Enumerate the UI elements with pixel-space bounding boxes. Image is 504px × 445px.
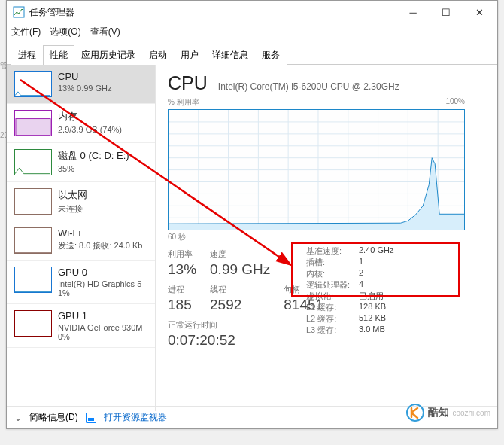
stat-processes: 185	[168, 297, 196, 313]
l2-cache: 512 KB	[359, 313, 386, 325]
tabstrip: 进程 性能 应用历史记录 启动 用户 详细信息 服务	[7, 40, 497, 65]
svg-rect-1	[16, 119, 50, 136]
stat-utilization: 13%	[168, 261, 196, 278]
sidebar-item-disk[interactable]: 磁盘 0 (C: D: E:)35%	[7, 143, 155, 182]
sidebar-item-memory[interactable]: 内存2.9/3.9 GB (74%)	[7, 104, 155, 143]
stat-threads: 2592	[210, 297, 270, 313]
watermark: 酷知 coozhi.com	[405, 403, 490, 422]
cpu-info-table: 基准速度:2.40 GHz 插槽:1 内核:2 逻辑处理器:4 虚拟化:已启用 …	[306, 245, 468, 336]
tab-services[interactable]: 服务	[255, 45, 287, 65]
tab-startup[interactable]: 启动	[142, 45, 174, 65]
stat-speed: 0.99 GHz	[210, 261, 270, 278]
svg-rect-0	[14, 7, 24, 17]
virtualization: 已启用	[359, 291, 384, 302]
sidebar-item-label: CPU	[58, 71, 112, 82]
menu-options[interactable]: 选项(O)	[50, 26, 80, 38]
sidebar-item-gpu1[interactable]: GPU 1NVIDIA GeForce 930M 0%	[7, 304, 155, 348]
task-manager-window: 任务管理器 ─ ☐ ✕ 文件(F) 选项(O) 查看(V) 进程 性能 应用历史…	[6, 0, 498, 429]
sockets: 1	[359, 257, 363, 268]
sidebar-item-wifi[interactable]: Wi-Fi发送: 8.0 接收: 24.0 Kb	[7, 221, 155, 261]
graph-xaxis: 60 秒	[168, 232, 465, 242]
tab-processes[interactable]: 进程	[11, 45, 43, 65]
tab-details[interactable]: 详细信息	[205, 45, 255, 65]
cpu-model: Intel(R) Core(TM) i5-6200U CPU @ 2.30GHz	[218, 81, 399, 92]
watermark-icon	[405, 403, 425, 422]
sidebar-item-cpu[interactable]: CPU13% 0.99 GHz	[7, 65, 155, 104]
svg-point-21	[407, 404, 424, 421]
open-resource-monitor-link[interactable]: 打开资源监视器	[104, 411, 167, 424]
menu-view[interactable]: 查看(V)	[90, 26, 120, 38]
sidebar-item-ethernet[interactable]: 以太网未连接	[7, 182, 155, 221]
graph-ymax: 100%	[445, 97, 465, 108]
app-icon	[13, 6, 25, 18]
window-title: 任务管理器	[29, 6, 396, 19]
titlebar: 任务管理器 ─ ☐ ✕	[7, 1, 497, 23]
l3-cache: 3.0 MB	[359, 325, 385, 336]
resource-monitor-icon	[86, 413, 96, 423]
performance-detail: CPU Intel(R) Core(TM) i5-6200U CPU @ 2.3…	[156, 65, 497, 411]
maximize-button[interactable]: ☐	[430, 2, 463, 23]
cpu-graph[interactable]	[168, 109, 465, 230]
fewer-details-link[interactable]: 简略信息(D)	[29, 411, 78, 424]
close-button[interactable]: ✕	[463, 2, 496, 23]
l1-cache: 128 KB	[359, 302, 386, 313]
minimize-button[interactable]: ─	[396, 2, 430, 23]
performance-sidebar: CPU13% 0.99 GHz 内存2.9/3.9 GB (74%) 磁盘 0 …	[7, 65, 156, 411]
detail-title: CPU	[168, 72, 208, 94]
cores: 2	[359, 268, 363, 279]
tab-performance[interactable]: 性能	[43, 45, 74, 65]
logical-processors: 4	[359, 279, 363, 291]
menu-file[interactable]: 文件(F)	[11, 26, 41, 38]
base-speed: 2.40 GHz	[359, 245, 393, 257]
menubar: 文件(F) 选项(O) 查看(V)	[7, 23, 497, 40]
tab-app-history[interactable]: 应用历史记录	[74, 45, 142, 65]
chevron-down-icon[interactable]: ⌄	[14, 413, 22, 423]
sidebar-item-gpu0[interactable]: GPU 0Intel(R) HD Graphics 5 1%	[7, 261, 155, 304]
graph-ylabel: % 利用率	[168, 97, 199, 108]
tab-users[interactable]: 用户	[174, 45, 205, 65]
